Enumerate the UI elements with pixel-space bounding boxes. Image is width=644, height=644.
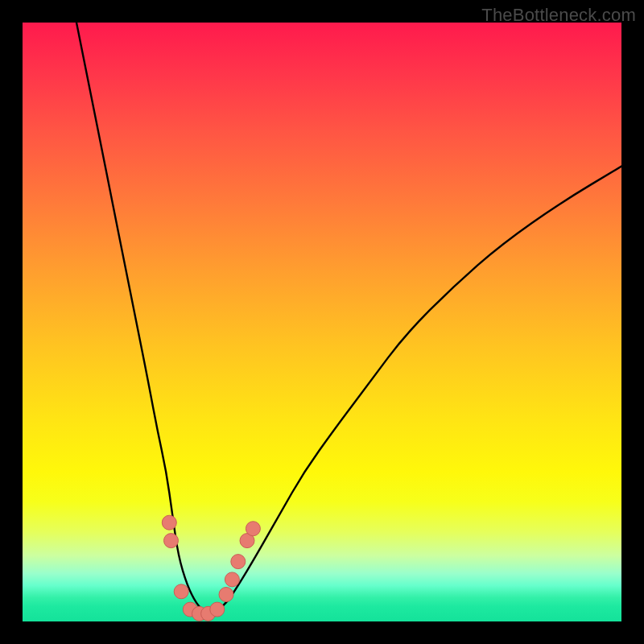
watermark-text: TheBottleneck.com [481, 5, 636, 26]
chart-frame: TheBottleneck.com [0, 0, 644, 644]
data-dot [225, 572, 239, 587]
data-dot [162, 515, 176, 530]
data-dot [164, 534, 179, 548]
data-dot [210, 602, 225, 617]
data-dots [162, 515, 260, 621]
data-dot [246, 522, 260, 536]
curve-layer [23, 23, 621, 621]
plot-area [23, 23, 621, 621]
data-dot [231, 555, 246, 569]
bottleneck-curve [76, 23, 621, 613]
data-dot [219, 588, 233, 602]
data-dot [174, 584, 188, 599]
